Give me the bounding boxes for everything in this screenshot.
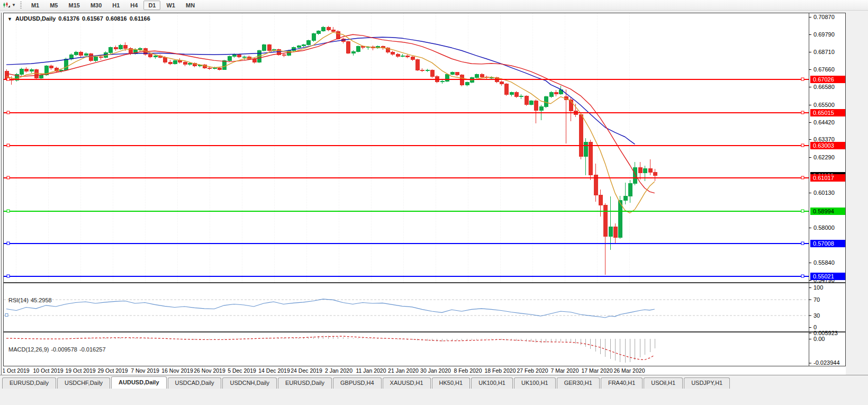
chart-tab-eurusd-daily[interactable]: EURUSD,Daily — [278, 377, 332, 389]
candle-body — [401, 56, 404, 56]
candle-body — [39, 75, 43, 78]
candle-body — [529, 101, 533, 105]
date-label: 10 Oct 2019 — [33, 367, 63, 374]
hline-handle-left[interactable] — [7, 242, 10, 245]
timeframe-M1[interactable]: M1 — [26, 1, 44, 10]
chart-tab-usdcad-daily[interactable]: USDCAD,Daily — [168, 377, 222, 389]
hline-handle-left[interactable] — [7, 111, 10, 114]
candle-body — [327, 28, 330, 30]
trading-platform-window: ▼ M1M5M15M30H1H4D1W1MN 0.708700.697900.6… — [0, 0, 868, 405]
price-tick-label: 0.67660 — [813, 66, 835, 73]
price-tick-label: 0.58000 — [813, 224, 835, 231]
candle-body — [123, 46, 127, 49]
chart-tab-fra40-h1[interactable]: FRA40,H1 — [601, 377, 643, 389]
candle-body — [460, 75, 464, 85]
candle-body — [440, 82, 444, 82]
timeframe-M5[interactable]: M5 — [45, 1, 62, 10]
candle-body — [415, 59, 419, 70]
candle-body — [450, 73, 454, 74]
chart-tab-gbpusd-h4[interactable]: GBPUSD,H4 — [333, 377, 382, 389]
timeframe-D1[interactable]: D1 — [143, 1, 160, 10]
date-label: 27 Feb 2020 — [517, 367, 548, 374]
candle-body — [455, 73, 459, 75]
date-label: 7 Nov 2019 — [131, 367, 159, 374]
date-label: 18 Feb 2020 — [485, 367, 516, 374]
timeframe-H1[interactable]: H1 — [107, 1, 124, 10]
macd-tick-label: 0.00 — [813, 336, 825, 342]
chart-tab-eurusd-daily[interactable]: EURUSD,Daily — [2, 377, 56, 389]
date-label: 8 Feb 2020 — [454, 367, 482, 374]
timeframe-H4[interactable]: H4 — [125, 1, 142, 10]
hline-handle-right[interactable] — [801, 78, 804, 80]
chart-window: 0.708700.697900.687100.676600.665800.655… — [3, 13, 846, 375]
candle-body — [351, 51, 355, 53]
candle-body — [525, 96, 528, 105]
candle-body — [64, 59, 68, 70]
candle-body — [514, 92, 518, 96]
chart-tab-uk100-h1[interactable]: UK100,H1 — [471, 377, 513, 389]
chart-type-button[interactable]: ▼ — [2, 1, 17, 9]
hline-price-badge-label: 0.58994 — [813, 208, 834, 214]
chart-tab-ger30-h1[interactable]: GER30,H1 — [557, 377, 600, 389]
price-tick-label: 0.68710 — [813, 49, 835, 55]
symbol-collapse-icon[interactable]: ▼ — [7, 16, 12, 22]
hline-handle-left[interactable] — [7, 176, 10, 179]
hline-price-badge-label: 0.55021 — [813, 273, 834, 280]
candle-body — [188, 64, 192, 65]
price-tick-label: 0.70870 — [813, 14, 835, 20]
candle-body — [599, 195, 602, 205]
candle-body — [114, 48, 117, 49]
hline-handle-right[interactable] — [801, 242, 804, 245]
hline-handle-left[interactable] — [7, 78, 10, 80]
chart-tab-usdchf-daily[interactable]: USDCHF,Daily — [57, 377, 110, 389]
hline-handle-right[interactable] — [801, 111, 804, 114]
timeframe-M15[interactable]: M15 — [64, 1, 84, 10]
candle-body — [218, 68, 221, 69]
price-chart-canvas[interactable]: 0.708700.697900.687100.676600.665800.655… — [3, 13, 846, 375]
candle-body — [653, 172, 657, 175]
chart-tab-usdjpy-h1[interactable]: USDJPY,H1 — [684, 377, 730, 389]
candle-body — [138, 49, 142, 50]
candle-body — [539, 106, 543, 110]
candle-body — [554, 92, 558, 94]
chart-tab-hk50-h1[interactable]: HK50,H1 — [432, 377, 471, 389]
chart-tab-xauusd-h1[interactable]: XAUUSD,H1 — [383, 377, 431, 389]
chart-tab-usoil-h1[interactable]: USOil,H1 — [644, 377, 683, 389]
candle-body — [396, 55, 400, 56]
hline-handle-left[interactable] — [7, 210, 10, 212]
hline-handle-right[interactable] — [801, 275, 804, 277]
candle-body — [213, 68, 216, 69]
timeframe-toolbar: ▼ M1M5M15M30H1H4D1W1MN — [0, 0, 868, 11]
price-tick-label: 0.69790 — [813, 31, 835, 38]
hline-handle-right[interactable] — [801, 176, 804, 179]
chart-tab-audusd-daily[interactable]: AUDUSD,Daily — [111, 376, 166, 389]
hline-handle-left[interactable] — [7, 144, 10, 147]
date-label: 2 Jan 2020 — [325, 367, 352, 374]
rsi-level-handle[interactable] — [5, 314, 8, 317]
chart-tab-usdcnh-daily[interactable]: USDCNH,Daily — [222, 377, 277, 389]
hline-handle-left[interactable] — [7, 275, 10, 277]
candle-body — [603, 205, 607, 237]
timeframe-M30[interactable]: M30 — [86, 1, 106, 10]
candle-body — [163, 58, 167, 62]
candle-body — [228, 56, 231, 60]
chevron-down-icon[interactable]: ▼ — [12, 3, 16, 7]
chart-tab-uk100-h1[interactable]: UK100,H1 — [514, 377, 556, 389]
date-label: 7 Mar 2020 — [550, 367, 578, 374]
candle-body — [108, 48, 112, 52]
candle-body — [34, 69, 38, 78]
candle-body — [500, 82, 503, 84]
hline-price-badge-label: 0.63003 — [813, 142, 834, 149]
price-tick-label: 0.60130 — [813, 190, 835, 196]
candle-body — [638, 168, 642, 173]
candle-body — [623, 196, 627, 200]
timeframe-MN[interactable]: MN — [181, 1, 200, 10]
chart-background[interactable] — [3, 13, 846, 375]
hline-handle-right[interactable] — [801, 210, 804, 212]
timeframe-W1[interactable]: W1 — [161, 1, 180, 10]
toolbar-grip[interactable] — [20, 2, 22, 9]
candle-body — [282, 55, 286, 56]
candle-body — [232, 55, 236, 56]
candle-body — [74, 52, 78, 55]
hline-handle-right[interactable] — [801, 144, 804, 147]
